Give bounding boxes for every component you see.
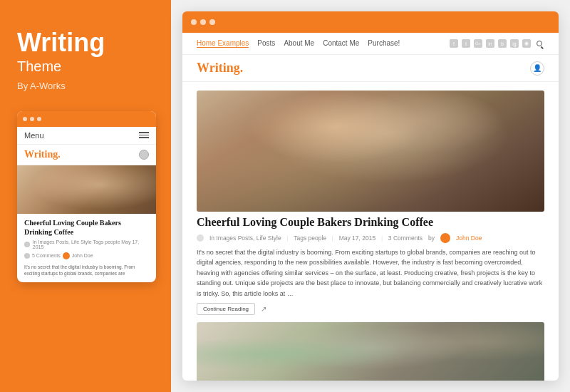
article-hero-image [197, 91, 544, 212]
mobile-hero-image [17, 165, 156, 214]
nav-link-posts[interactable]: Posts [257, 39, 275, 48]
mobile-nav: Menu [17, 127, 156, 145]
social-facebook-icon[interactable]: f [450, 39, 458, 48]
desktop-top-bar [182, 11, 559, 33]
article-body: It's no secret that the digital industry… [197, 247, 544, 299]
share-icon[interactable]: ↗ [261, 305, 266, 313]
mobile-meta-icon [24, 242, 30, 247]
desktop-nav-social: f t G+ in b ig ◉ [450, 38, 544, 48]
social-instagram-icon[interactable]: ig [510, 39, 519, 48]
article-card-2 [197, 322, 544, 381]
desktop-user-icon[interactable]: 👤 [530, 61, 544, 76]
article-date: May 17, 2015 [339, 234, 376, 242]
mobile-author-avatar [63, 252, 70, 259]
article-card-1: Cheerful Loving Couple Bakers Drinking C… [197, 91, 544, 315]
desktop-nav: Home Examples Posts About Me Contact Me … [182, 33, 559, 55]
hamburger-line-1 [139, 132, 149, 133]
desktop-site-header: Writing. 👤 [182, 55, 559, 82]
article-category-text: In Images Posts, Life Style [209, 234, 281, 242]
social-rss-icon[interactable]: ◉ [522, 39, 531, 48]
mobile-article-title: Cheerful Loving Couple Bakers Drinking C… [17, 214, 156, 238]
article-tags-text: Tags people [294, 234, 326, 242]
mobile-preview: Menu Writing. Cheerful Loving Couple Bak… [17, 111, 156, 282]
desktop-main: Cheerful Loving Couple Bakers Drinking C… [182, 82, 559, 381]
continue-reading-button[interactable]: Continue Reading [197, 303, 255, 315]
left-panel: Writing Theme By A-Works Menu Writing. [0, 0, 171, 392]
desktop-dot-3 [209, 19, 215, 25]
social-linkedin-icon[interactable]: in [486, 39, 494, 48]
mobile-menu-label: Menu [24, 131, 44, 140]
mobile-user-icon[interactable] [139, 150, 149, 160]
mobile-dot-3 [37, 117, 41, 121]
article-meta-row: In Images Posts, Life Style | Tags peopl… [197, 233, 544, 243]
mobile-logo-bar: Writing. [17, 145, 156, 165]
theme-author: By A-Works [17, 81, 154, 91]
mobile-comments-text: 5 Comments [32, 253, 61, 258]
article-hero-2-image [197, 322, 544, 381]
social-twitter-icon[interactable]: t [462, 39, 470, 48]
nav-link-contact[interactable]: Contact Me [323, 39, 359, 48]
mobile-author: 5 Comments John Doe [17, 251, 156, 262]
right-panel: Home Examples Posts About Me Contact Me … [171, 0, 570, 392]
article-comments: 3 Comments [388, 234, 423, 242]
theme-title-block: Writing Theme By A-Works [17, 29, 154, 91]
couple-overlay [197, 91, 544, 212]
author-avatar [440, 233, 450, 243]
author-name: John Doe [456, 234, 482, 242]
mobile-body-text: It's no secret that the digital industry… [17, 262, 156, 282]
desktop-dot-2 [200, 19, 206, 25]
hamburger-line-2 [139, 135, 149, 136]
mobile-meta-text: In Images Posts, Life Style Tags people … [33, 239, 149, 249]
article-category-icon [197, 234, 204, 242]
hamburger-icon[interactable] [139, 132, 149, 138]
nav-link-about[interactable]: About Me [284, 39, 314, 48]
social-blog-icon[interactable]: b [498, 39, 507, 48]
search-circle [537, 41, 542, 46]
mobile-hero-image-inner [17, 165, 156, 214]
article-actions: Continue Reading ↗ [197, 303, 544, 315]
mobile-author-name: John Doe [72, 253, 93, 258]
desktop-content: Home Examples Posts About Me Contact Me … [182, 33, 559, 381]
mobile-logo: Writing. [24, 149, 61, 160]
social-google-icon[interactable]: G+ [474, 39, 482, 48]
search-icon[interactable] [534, 38, 544, 48]
mobile-article-meta: In Images Posts, Life Style Tags people … [17, 238, 156, 251]
mobile-comments-icon [24, 253, 30, 259]
desktop-nav-links: Home Examples Posts About Me Contact Me … [197, 39, 400, 48]
desktop-dot-1 [191, 19, 197, 25]
nav-link-home[interactable]: Home Examples [197, 39, 249, 48]
article-hero-2-img-bg [197, 322, 544, 381]
mobile-dot-2 [30, 117, 34, 121]
mobile-top-bar [17, 111, 156, 127]
theme-name: Writing [17, 29, 154, 57]
hamburger-line-3 [139, 137, 149, 138]
desktop-logo: Writing. [197, 61, 243, 76]
nav-link-purchase[interactable]: Purchase! [368, 39, 400, 48]
theme-subtitle: Theme [17, 58, 154, 75]
desktop-window: Home Examples Posts About Me Contact Me … [182, 11, 559, 381]
mobile-dot-1 [23, 117, 27, 121]
article-title: Cheerful Loving Couple Bakers Drinking C… [197, 216, 544, 229]
